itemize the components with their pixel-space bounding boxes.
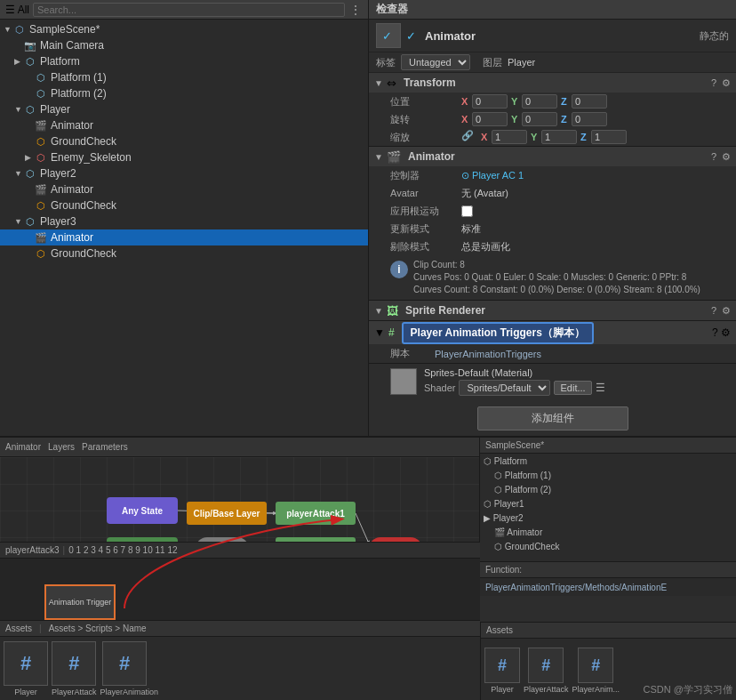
material-preview (390, 368, 417, 395)
assets-path: Assets > Scripts > Name (49, 624, 147, 633)
apply-root-label: 应用根运动 (390, 205, 461, 218)
hierarchy-search-input[interactable] (33, 3, 345, 17)
sprite-renderer-header[interactable]: ▼ 🖼 Sprite Renderer ? ⚙ (369, 301, 736, 320)
asset-tile-2[interactable]: # PlayerAttack (52, 641, 97, 696)
tree-item-player2[interactable]: ▼ ⬡ Player2 (0, 165, 368, 181)
parameters-tab-label[interactable]: Parameters (82, 442, 128, 452)
animator-tab-label[interactable]: Animator (5, 442, 41, 452)
arrow-icon: ▼ (14, 217, 23, 226)
add-component-button[interactable]: 添加组件 (477, 406, 628, 430)
material-menu-icon[interactable]: ☰ (596, 382, 605, 394)
settings-icon4[interactable]: ⚙ (721, 326, 731, 339)
br-asset-label-3: PlayerAnim... (572, 685, 620, 694)
apply-root-checkbox[interactable] (461, 205, 473, 217)
tree-item-player2-animator[interactable]: 🎬 Animator (0, 181, 368, 197)
tree-item-main-camera[interactable]: 📷 Main Camera (0, 37, 368, 53)
transform-title: Transform (404, 76, 708, 89)
tag-layer-row: 标签 Untagged 图层 Player (369, 52, 736, 73)
br-asset-tile-3[interactable]: # PlayerAnim... (572, 648, 620, 694)
transform-header[interactable]: ▼ ⇔ Transform ? ⚙ (369, 73, 736, 93)
pos-z-item: Z (561, 94, 607, 109)
mini-item-platform1[interactable]: ⬡ Platform (1) (480, 468, 736, 482)
any-state-node[interactable]: Any State (107, 497, 178, 524)
tree-item-player3[interactable]: ▼ ⬡ Player3 (0, 213, 368, 229)
y-label2: Y (511, 114, 520, 125)
tree-item-player2-groundcheck[interactable]: ⬡ GroundCheck (0, 197, 368, 213)
asset-label-3: PlayerAnimation (100, 688, 149, 696)
mini-item-player2-animator[interactable]: 🎬 Animator (480, 525, 736, 539)
mini-hierarchy-header: SampleScene* (480, 438, 736, 454)
expand-arrow-icon: ▼ (374, 306, 383, 316)
pos-z-input[interactable] (572, 94, 607, 109)
tree-item-enemy-skeleton[interactable]: ▶ ⬡ Enemy_Skeleton (0, 149, 368, 165)
scale-y-input[interactable] (541, 130, 577, 144)
x-label3: X (481, 132, 490, 142)
script-section: ▼ # Player Animation Triggers（脚本） ? ⚙ 脚本… (369, 321, 736, 364)
pos-x-input[interactable] (472, 94, 508, 109)
mini-item-platform[interactable]: ⬡ Platform (480, 454, 736, 468)
assets-label[interactable]: Assets (5, 624, 32, 633)
asset-icon-2: # (52, 641, 96, 686)
animator-comp-header[interactable]: ▼ 🎬 Animator ? ⚙ (369, 147, 736, 166)
expand-arrow-icon: ▼ (374, 78, 383, 88)
hierarchy-tree: ▼ ⬡ SampleScene* 📷 Main Camera ▶ ⬡ Platf… (0, 20, 368, 436)
x-label: X (461, 96, 470, 107)
rot-z-input[interactable] (572, 112, 607, 126)
asset-tile-3[interactable]: # PlayerAnimation (100, 641, 149, 696)
tree-item-sample-scene[interactable]: ▼ ⬡ SampleScene* (0, 21, 368, 37)
rot-x-input[interactable] (472, 112, 508, 126)
transform-section: ▼ ⇔ Transform ? ⚙ 位置 X (369, 73, 736, 147)
y-label: Y (511, 96, 520, 107)
item-label: Platform (40, 55, 80, 68)
tree-item-player3-animator[interactable]: 🎬 Animator (0, 229, 368, 245)
layers-tab-label[interactable]: Layers (48, 442, 75, 452)
script-field-label: 脚本 (390, 347, 435, 360)
timeline-label: playerAttack3 (5, 545, 60, 555)
help-icon2[interactable]: ? (711, 151, 716, 163)
hierarchy-menu-button[interactable]: ⋮ (348, 3, 363, 17)
edit-button[interactable]: Edit... (554, 381, 591, 395)
br-asset-tile-1[interactable]: # Player (484, 648, 520, 694)
scale-z-input[interactable] (591, 130, 627, 144)
help-icon4[interactable]: ? (712, 326, 718, 339)
script-header[interactable]: ▼ # Player Animation Triggers（脚本） ? ⚙ (369, 321, 736, 344)
settings-icon[interactable]: ⚙ (722, 77, 731, 89)
tag-dropdown[interactable]: Untagged (401, 54, 470, 70)
shader-row: Shader Sprites/Default Edit... ☰ (424, 380, 729, 396)
help-icon3[interactable]: ? (711, 305, 716, 317)
pos-y-input[interactable] (522, 94, 557, 109)
item-label: SampleScene* (29, 23, 100, 36)
script-actions: ? ⚙ (712, 326, 731, 339)
settings-icon2[interactable]: ⚙ (722, 151, 731, 163)
culling-label: 剔除模式 (390, 240, 461, 253)
tree-item-platform1[interactable]: ⬡ Platform (1) (0, 69, 368, 85)
settings-icon3[interactable]: ⚙ (722, 305, 731, 317)
playerattack1-node[interactable]: playerAttack1 (276, 502, 356, 525)
clip-idle-node[interactable]: Clip/Base Layer (187, 502, 267, 525)
arrow-icon: ▼ (14, 105, 23, 114)
mini-item-player2[interactable]: ▶ Player2 (480, 511, 736, 525)
controller-label: 控制器 (390, 169, 461, 182)
scale-x-input[interactable] (492, 130, 527, 144)
shader-label: Shader (424, 382, 455, 393)
tree-item-player[interactable]: ▼ ⬡ Player (0, 101, 368, 117)
tree-item-player3-groundcheck[interactable]: ⬡ GroundCheck (0, 245, 368, 261)
mini-item-player2-groundcheck[interactable]: ⬡ GroundCheck (480, 539, 736, 553)
tree-item-groundcheck[interactable]: ⬡ GroundCheck (0, 133, 368, 149)
tree-item-player-animator[interactable]: 🎬 Animator (0, 117, 368, 133)
rot-y-input[interactable] (522, 112, 557, 126)
tree-item-platform[interactable]: ▶ ⬡ Platform (0, 53, 368, 69)
mini-item-platform2[interactable]: ⬡ Platform (2) (480, 482, 736, 496)
animation-trigger-box[interactable]: Animation Trigger (44, 584, 116, 620)
tree-item-platform2[interactable]: ⬡ Platform (2) (0, 85, 368, 101)
mini-item-player1[interactable]: ⬡ Player1 (480, 496, 736, 511)
gameobj-icon: ⬡ (23, 214, 37, 229)
shader-dropdown[interactable]: Sprites/Default (459, 380, 550, 396)
expand-arrow-icon: ▼ (374, 326, 385, 339)
help-icon[interactable]: ? (711, 77, 716, 89)
arrow-icon: ▼ (4, 25, 12, 34)
asset-tile-1[interactable]: # Player (4, 641, 48, 696)
item-label: Platform (2) (51, 87, 107, 100)
br-asset-tile-2[interactable]: # PlayerAttack (524, 648, 569, 694)
active-toggle[interactable]: ✓ (406, 29, 416, 43)
